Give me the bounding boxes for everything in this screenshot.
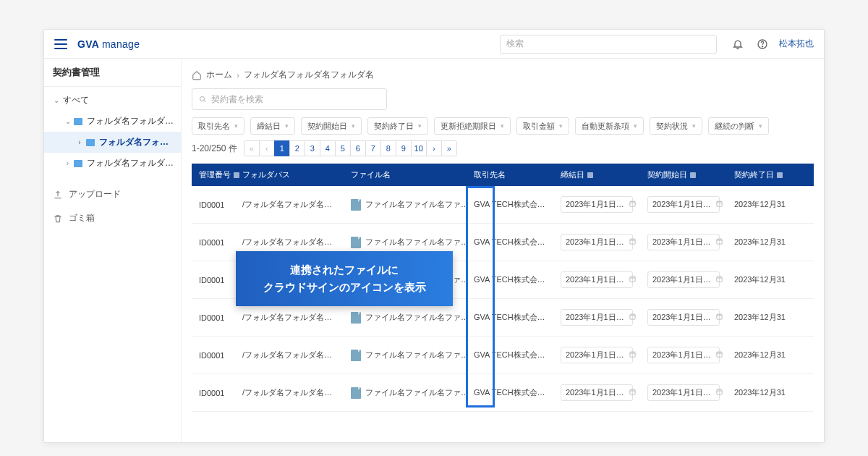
cell-id: ID0001 (192, 224, 235, 261)
filter-chip[interactable]: 契約開始日▾ (301, 117, 362, 135)
filter-chip[interactable]: 取引金額▾ (516, 117, 569, 135)
svg-rect-7 (630, 276, 635, 282)
contract-search-input[interactable]: 契約書を検索 (192, 88, 387, 110)
help-icon[interactable] (756, 38, 769, 51)
sort-icon (234, 172, 239, 178)
sort-icon (587, 172, 593, 178)
cell-id: ID0001 (192, 374, 235, 412)
cell-signed[interactable]: 2023年1月1日… (553, 337, 640, 374)
cell-start[interactable]: 2023年1月1日… (640, 299, 727, 337)
tree-item-label: フォルダ名フォルダ… (87, 115, 174, 127)
tree-root[interactable]: ⌄ すべて (44, 90, 181, 111)
cell-signed[interactable]: 2023年1月1日… (553, 261, 640, 299)
cell-signed[interactable]: 2023年1月1日… (553, 224, 640, 261)
svg-rect-13 (630, 389, 635, 394)
menu-icon[interactable] (54, 39, 67, 49)
th-path[interactable]: フォルダパス (235, 164, 344, 186)
main-panel: ホーム › フォルダ名フォルダ名フォルダ名 契約書を検索 取引先名▾締結日▾契約… (182, 59, 824, 442)
svg-rect-8 (717, 276, 722, 282)
calendar-icon (715, 275, 723, 284)
pager-page[interactable]: 2 (289, 140, 305, 156)
cell-start[interactable]: 2023年1月1日… (640, 224, 727, 261)
pager-page[interactable]: 8 (380, 140, 396, 156)
topbar: GVA manage 検索 松本拓也 (44, 30, 824, 59)
pager-first[interactable]: « (244, 140, 260, 156)
trash-button[interactable]: ゴミ箱 (44, 206, 181, 230)
cell-signed[interactable]: 2023年1月1日… (553, 374, 640, 412)
search-placeholder: 検索 (506, 38, 524, 50)
cell-end: 2023年12月31 (727, 186, 814, 224)
tree-item[interactable]: › フォルダ名フォルダ… (44, 153, 181, 174)
pager-prev[interactable]: ‹ (259, 140, 275, 156)
calendar-icon (715, 313, 723, 322)
table-row[interactable]: ID0001/フォルダ名フォルダ名フォル…ファイル名ファイル名ファ…GVA TE… (192, 337, 814, 374)
folder-icon (74, 118, 82, 125)
cell-signed[interactable]: 2023年1月1日… (553, 186, 640, 224)
chevron-down-icon: ⌄ (64, 117, 71, 125)
cell-path: /フォルダ名フォルダ名フォル… (235, 186, 344, 224)
table-header: 管理番号 フォルダパス ファイル名 取引先名 締結日 契約開始日 契約終了日 (192, 164, 814, 186)
chevron-down-icon: ▾ (234, 122, 238, 130)
callout: 連携されたファイルに クラウドサインのアイコンを表示 (236, 251, 453, 306)
tree-item[interactable]: ⌄ フォルダ名フォルダ… (44, 111, 181, 132)
cell-end: 2023年12月31 (727, 299, 814, 337)
filter-chip[interactable]: 更新拒絶期限日▾ (434, 117, 511, 135)
cell-partner: GVA TECH株式会… (467, 374, 553, 412)
breadcrumb-path[interactable]: フォルダ名フォルダ名フォルダ名 (244, 69, 374, 81)
filter-chip[interactable]: 取引先名▾ (192, 117, 244, 135)
svg-rect-6 (717, 239, 722, 244)
filter-chip[interactable]: 継続の判断▾ (708, 117, 769, 135)
sort-icon (690, 172, 696, 178)
th-file[interactable]: ファイル名 (344, 164, 467, 186)
filter-chip[interactable]: 契約状況▾ (650, 117, 702, 135)
pager-page[interactable]: 4 (320, 140, 336, 156)
th-start[interactable]: 契約開始日 (640, 164, 727, 186)
th-id[interactable]: 管理番号 (192, 164, 235, 186)
filter-chip[interactable]: 締結日▾ (250, 117, 295, 135)
document-icon (351, 312, 361, 324)
bell-icon[interactable] (731, 38, 744, 51)
pager-page[interactable]: 6 (350, 140, 366, 156)
table-row[interactable]: ID0001/フォルダ名フォルダ名フォル…ファイル名ファイル名ファ…GVA TE… (192, 374, 814, 412)
th-partner[interactable]: 取引先名 (467, 164, 553, 186)
svg-point-1 (762, 46, 762, 46)
cell-partner: GVA TECH株式会… (467, 261, 553, 299)
svg-rect-11 (630, 352, 635, 357)
pager-page[interactable]: 3 (305, 140, 320, 156)
calendar-icon (715, 388, 723, 397)
pager-page[interactable]: 1 (274, 140, 290, 156)
cell-partner: GVA TECH株式会… (467, 337, 553, 374)
upload-button[interactable]: アップロード (44, 182, 181, 206)
calendar-icon (629, 200, 637, 209)
cell-start[interactable]: 2023年1月1日… (640, 374, 727, 412)
filter-chip[interactable]: 契約終了日▾ (367, 117, 428, 135)
cell-id: ID0001 (192, 337, 235, 374)
pager-page[interactable]: 5 (335, 140, 351, 156)
pager-page[interactable]: 10 (411, 140, 427, 156)
pager: «‹12345678910›» (244, 140, 457, 156)
breadcrumb-home[interactable]: ホーム (206, 69, 232, 81)
cell-start[interactable]: 2023年1月1日… (640, 186, 727, 224)
pager-page[interactable]: 7 (365, 140, 381, 156)
cell-start[interactable]: 2023年1月1日… (640, 337, 727, 374)
pager-page[interactable]: 9 (396, 140, 412, 156)
th-end[interactable]: 契約終了日 (727, 164, 814, 186)
username-label[interactable]: 松本拓也 (779, 38, 814, 50)
table-row[interactable]: ID0001/フォルダ名フォルダ名フォル…ファイル名ファイル名ファ…GVA TE… (192, 186, 814, 224)
chevron-down-icon: ▾ (559, 122, 563, 130)
tree-item-active[interactable]: › フォルダ名フォ… (44, 132, 181, 153)
chevron-down-icon: ▾ (352, 122, 355, 130)
chevron-right-icon: › (76, 138, 83, 146)
document-icon (351, 350, 361, 361)
svg-rect-10 (717, 314, 722, 319)
pager-next[interactable]: › (426, 140, 442, 156)
chevron-down-icon: ▾ (692, 122, 696, 130)
pager-last[interactable]: » (441, 140, 457, 156)
cell-signed[interactable]: 2023年1月1日… (553, 299, 640, 337)
global-search-input[interactable]: 検索 (500, 35, 717, 54)
breadcrumb: ホーム › フォルダ名フォルダ名フォルダ名 (192, 64, 814, 88)
document-icon (351, 237, 361, 248)
th-signed[interactable]: 締結日 (553, 164, 640, 186)
cell-start[interactable]: 2023年1月1日… (640, 261, 727, 299)
filter-chip[interactable]: 自動更新条項▾ (575, 117, 644, 135)
